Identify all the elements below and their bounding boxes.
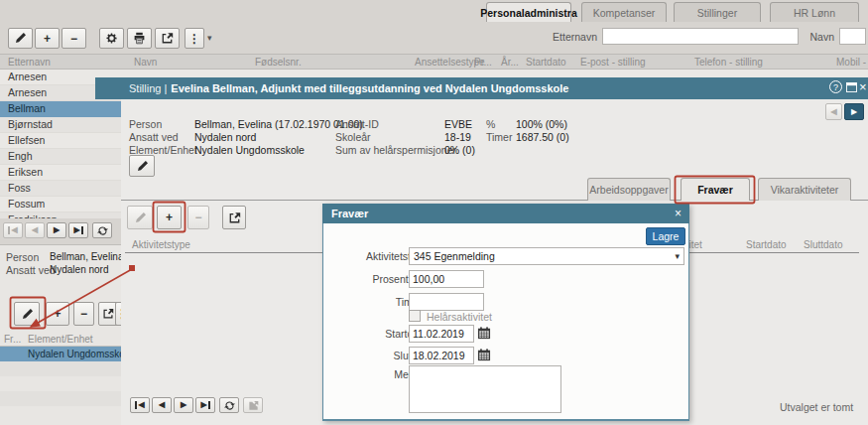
close-icon[interactable]: × [859, 79, 867, 94]
minus-icon: − [80, 308, 87, 320]
fravaer-prev-page-button[interactable]: ◀ [152, 397, 172, 413]
etternavn-filter-input[interactable] [602, 28, 799, 45]
tab-label: Fravær [697, 184, 733, 196]
refresh-button[interactable] [92, 222, 112, 238]
add-fravaer-button[interactable]: + [157, 206, 182, 229]
col-startdato-fravaer[interactable]: Startdato [746, 239, 787, 250]
edit-stilling-button[interactable] [14, 302, 40, 326]
tab-label: Kompetanser [593, 7, 655, 19]
tab-stillinger[interactable]: Stillinger [674, 2, 761, 22]
fravaer-export-page-button[interactable] [243, 397, 263, 413]
tab-arbeidsoppgaver[interactable]: Arbeidsoppgaver [587, 178, 671, 201]
col-sluttdato-fravaer[interactable]: Sluttdato [804, 239, 842, 250]
list-item[interactable] [0, 376, 121, 391]
edit-button[interactable] [8, 28, 33, 49]
sluttdato-input[interactable] [409, 347, 474, 364]
last-page-button[interactable]: ▶ [68, 222, 88, 238]
col-fodselsnr[interactable]: Fødselsnr. [255, 57, 302, 68]
fravaer-refresh-button[interactable] [219, 397, 239, 413]
info-element-value: Nydalen Ungdomsskole [194, 144, 305, 156]
list-item[interactable] [0, 391, 121, 406]
etternavn-filter-label: Etternavn [536, 31, 597, 43]
col-etternavn[interactable]: Etternavn [8, 57, 51, 68]
save-button[interactable]: Lagre [646, 227, 685, 245]
prev-page-button[interactable]: ◀ [25, 222, 45, 238]
col-startdato[interactable]: Startdato [526, 57, 566, 68]
person-label: Person [6, 251, 39, 263]
plus-icon: + [166, 212, 173, 223]
fravaer-first-page-button[interactable]: ◀ [130, 397, 150, 413]
gear-icon [105, 32, 118, 45]
info-timer-label: Timer [486, 131, 512, 143]
more-button[interactable]: ⋮ [185, 28, 204, 49]
chevron-down-icon[interactable]: ▾ [207, 33, 212, 43]
prosent-input[interactable] [409, 270, 484, 288]
add-stilling-button[interactable]: + [46, 302, 69, 326]
info-skolear-value: 18-19 [444, 131, 471, 143]
tab-fravaer[interactable]: Fravær [681, 178, 750, 201]
minus-icon: − [194, 212, 201, 223]
navn-filter-input[interactable] [839, 28, 866, 45]
last-page-icon: ▶ [200, 401, 206, 409]
next-page-icon: ▶ [181, 401, 186, 409]
person-side-panel: Person Bellman, Evelina Ansatt ved Nydal… [0, 244, 121, 425]
next-page-button[interactable]: ▶ [47, 222, 66, 238]
remove-fravaer-button[interactable]: − [187, 206, 209, 229]
printer-icon [133, 32, 146, 45]
col-fr[interactable]: Fr... [4, 334, 21, 345]
col-epost[interactable]: E-post - stilling [580, 57, 646, 68]
record-prev-button[interactable]: ◀ [825, 103, 842, 120]
helarsaktivitet-checkbox[interactable] [409, 310, 421, 322]
navn-filter-label: Navn [806, 31, 834, 43]
fravaer-modal-title: Fravær [331, 208, 368, 219]
col-telefon[interactable]: Telefon - stilling [694, 57, 763, 68]
info-sum-label: Sum av helårspermisjoner [335, 144, 456, 156]
startdato-input[interactable] [409, 325, 474, 343]
col-ar[interactable]: År... [501, 57, 519, 68]
merknad-textarea[interactable] [409, 365, 561, 413]
remove-button[interactable]: − [62, 28, 86, 49]
list-item[interactable] [0, 361, 121, 376]
col-aktivitetstype[interactable]: Aktivitetstype [132, 239, 190, 250]
col-mobil[interactable]: Mobil - stilling [836, 57, 868, 68]
timer-input[interactable] [409, 293, 484, 311]
first-page-button[interactable]: ◀ [3, 222, 23, 238]
tab-hr-lonn[interactable]: HR Lønn [770, 2, 859, 22]
export-button[interactable] [155, 28, 180, 49]
edit-fravaer-button[interactable] [127, 206, 153, 229]
dialog-title-prefix: Stilling | [129, 82, 167, 94]
export-fravaer-button[interactable] [222, 206, 246, 229]
record-next-button[interactable]: ▶ [844, 103, 864, 120]
close-icon[interactable]: × [675, 207, 682, 220]
tab-personaladministrasjon[interactable]: Personaladministra [486, 2, 571, 22]
prev-page-icon: ◀ [159, 401, 165, 409]
fravaer-last-page-button[interactable]: ▶ [195, 397, 215, 413]
refresh-icon [97, 225, 108, 236]
aktivitetstype-select[interactable]: 345 Egenmelding ▾ [409, 247, 684, 265]
startdato-calendar-button[interactable] [477, 327, 491, 340]
tab-label: Personaladministra [480, 7, 576, 19]
col-navn[interactable]: Navn [134, 57, 157, 68]
fravaer-next-page-button[interactable]: ▶ [174, 397, 193, 413]
tab-kompetanser[interactable]: Kompetanser [581, 2, 667, 22]
add-button[interactable]: + [35, 28, 60, 49]
settings-button[interactable] [99, 28, 124, 49]
stilling-dialog-titlebar: Stilling | Evelina Bellman, Adjunkt med … [95, 77, 868, 99]
pencil-icon [21, 308, 34, 321]
tab-label: Vikaraktiviteter [771, 184, 839, 196]
col-element-enhet[interactable]: Element/Enhet [28, 334, 93, 345]
remove-stilling-button[interactable]: − [73, 302, 94, 326]
help-icon[interactable]: ? [829, 80, 842, 93]
sluttdato-calendar-button[interactable] [477, 349, 491, 361]
print-button[interactable] [127, 28, 152, 49]
dots-icon: ⋮ [188, 33, 200, 45]
col-pr[interactable]: Pr... [474, 57, 492, 68]
list-item-selected[interactable]: Nydalen Ungdomssko [0, 347, 121, 361]
popout-icon[interactable] [846, 82, 857, 92]
first-page-icon: ◀ [11, 226, 17, 234]
edit-info-button[interactable] [129, 155, 155, 177]
prev-page-icon: ◀ [32, 226, 38, 234]
last-page-icon: ▶ [73, 226, 79, 234]
tab-vikaraktiviteter[interactable]: Vikaraktiviteter [758, 178, 851, 201]
info-pct-value: 100% (0%) [516, 118, 567, 130]
